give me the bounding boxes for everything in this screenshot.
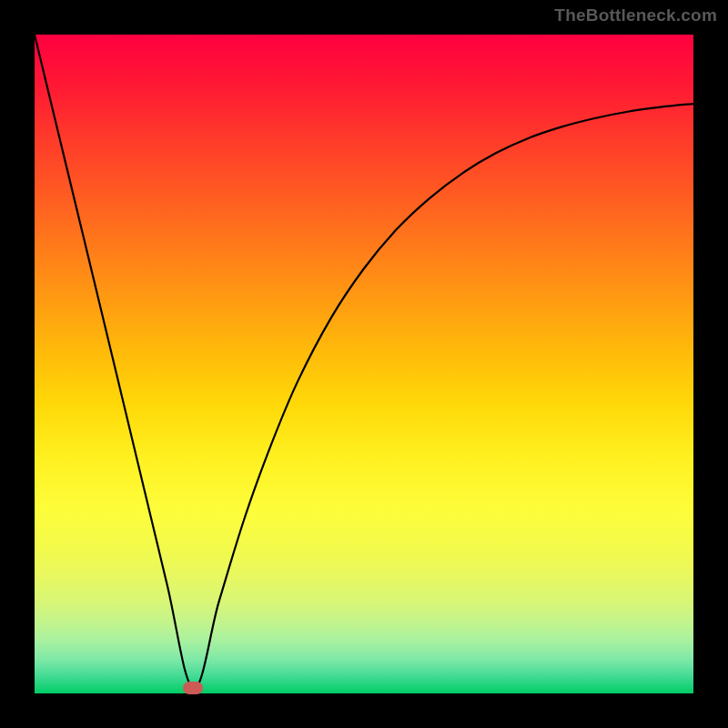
plot-area (35, 35, 693, 693)
attribution-text: TheBottleneck.com (554, 5, 717, 25)
optimum-marker (183, 682, 203, 694)
chart-wrapper: TheBottleneck.com (0, 0, 728, 728)
bottleneck-curve (35, 35, 693, 688)
curve-svg (35, 35, 693, 693)
